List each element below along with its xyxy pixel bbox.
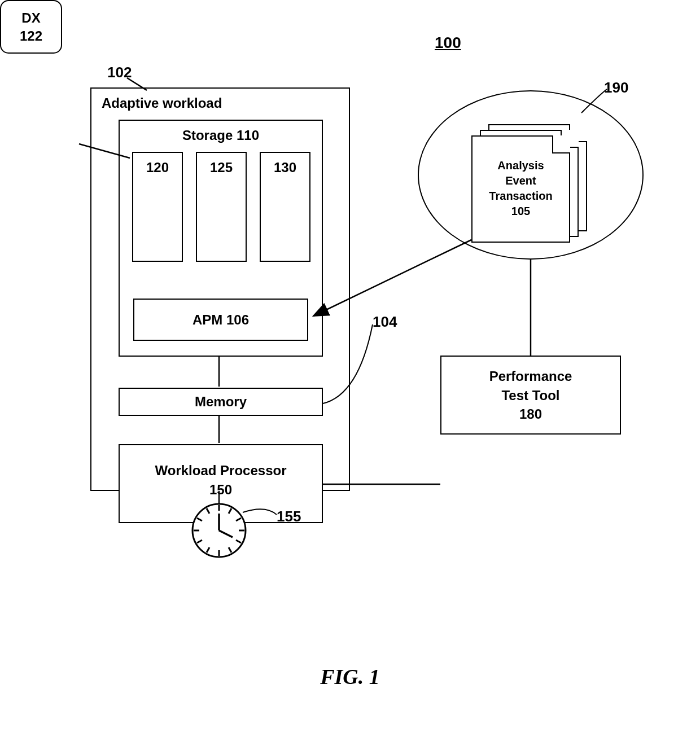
perf-tool-ref: 180 [519,406,542,422]
workload-processor-label: Workload Processor [155,463,287,478]
memory-label: Memory [195,394,247,409]
ref-104: 104 [373,313,397,331]
memory-box: Memory [119,388,323,416]
performance-test-tool-box: Performance Test Tool 180 [440,356,621,435]
adaptive-workload-box: Adaptive workload Storage 110 120 125 13… [90,87,350,491]
storage-box: Storage 110 120 125 130 APM 106 [119,120,323,357]
storage-col-125: 125 [196,152,247,262]
document-front: Analysis Event Transaction 105 [471,135,570,243]
doc-ref: 105 [511,205,530,217]
svg-line-20 [207,547,209,552]
dx-label: DX [21,10,40,25]
storage-col-130: 130 [260,152,310,262]
doc-label: Analysis Event Transaction [489,159,552,202]
system-diagram: 100 102 Adaptive workload Storage 110 12… [0,0,700,737]
svg-line-21 [197,540,202,543]
ref-155: 155 [277,508,301,525]
storage-col-120: 120 [132,152,183,262]
ref-100: 100 [435,34,461,52]
svg-line-11 [219,530,233,537]
ref-102: 102 [107,64,132,81]
apm-box: APM 106 [133,299,308,341]
workload-processor-ref: 150 [209,482,232,497]
document-text: Analysis Event Transaction 105 [473,158,569,219]
adaptive-workload-title: Adaptive workload [102,95,222,111]
svg-line-18 [236,540,241,543]
ref-190: 190 [604,79,628,96]
svg-line-19 [229,547,231,552]
dx-box: DX 122 [0,0,62,54]
perf-tool-label: Performance Test Tool [489,368,572,403]
dx-ref: 122 [20,28,42,43]
storage-title: Storage 110 [120,128,322,143]
figure-caption: FIG. 1 [0,664,700,689]
